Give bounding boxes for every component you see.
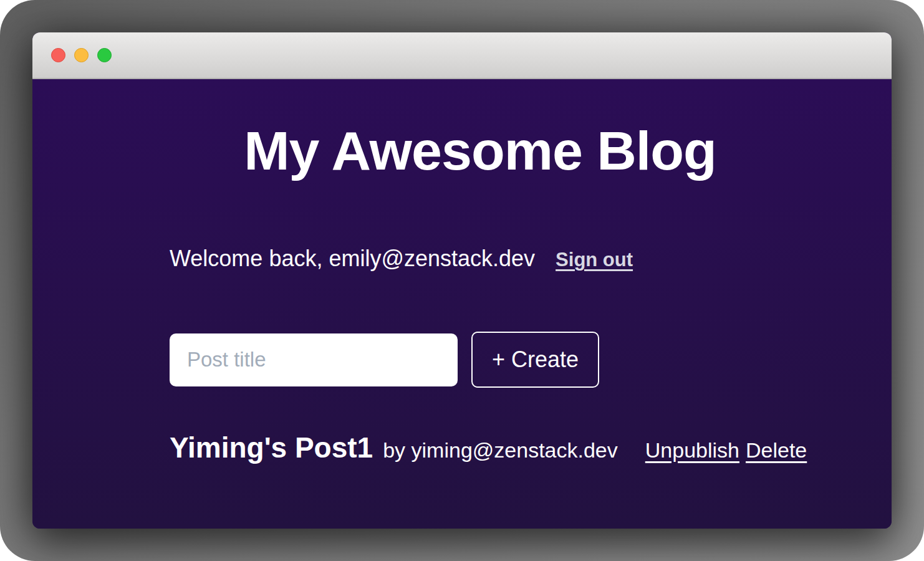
post-title-input[interactable]: [170, 333, 458, 386]
close-button[interactable]: [51, 48, 65, 62]
window-titlebar[interactable]: [32, 32, 892, 79]
app-window: My Awesome Blog Welcome back, emily@zens…: [32, 32, 892, 529]
sign-out-link[interactable]: Sign out: [556, 249, 633, 271]
create-post-button[interactable]: + Create: [471, 332, 599, 388]
post-list-item: Yiming's Post1 by yiming@zenstack.dev Un…: [170, 431, 791, 464]
desktop-backdrop: My Awesome Blog Welcome back, emily@zens…: [0, 0, 924, 561]
window-controls: [51, 48, 112, 62]
page-title: My Awesome Blog: [170, 79, 791, 182]
zoom-button[interactable]: [97, 48, 112, 62]
page-content: My Awesome Blog Welcome back, emily@zens…: [32, 79, 892, 529]
delete-link[interactable]: Delete: [746, 438, 807, 463]
main-container: My Awesome Blog Welcome back, emily@zens…: [170, 79, 791, 464]
minimize-button[interactable]: [74, 48, 89, 62]
user-bar: Welcome back, emily@zenstack.dev Sign ou…: [170, 246, 791, 272]
unpublish-link[interactable]: Unpublish: [645, 438, 739, 463]
welcome-text: Welcome back, emily@zenstack.dev: [170, 246, 535, 272]
create-post-form: + Create: [170, 332, 791, 388]
post-author: by yiming@zenstack.dev: [383, 438, 618, 463]
post-title: Yiming's Post1: [170, 431, 373, 464]
